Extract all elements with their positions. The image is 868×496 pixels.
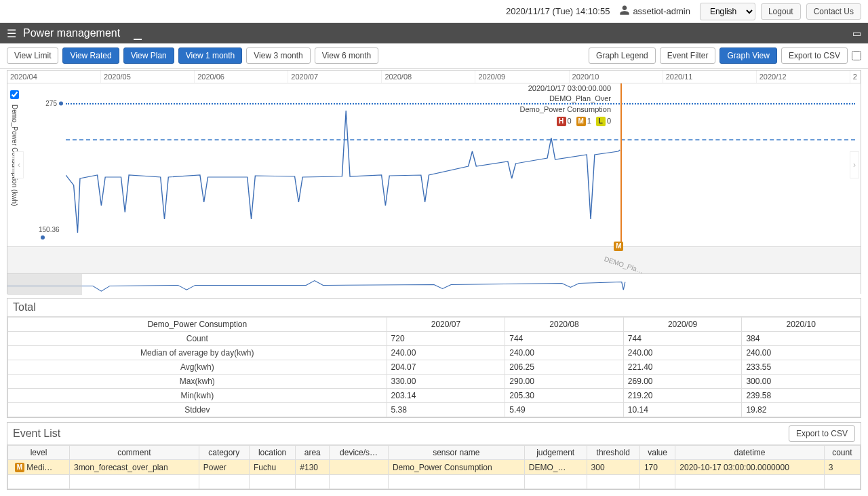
event-export-csv-button[interactable]: Export to CSV: [789, 425, 855, 442]
event-col-header[interactable]: device/s…: [330, 446, 389, 460]
total-cell: 269.00: [623, 375, 742, 389]
event-col-header[interactable]: location: [249, 446, 295, 460]
total-cell: 5.38: [387, 403, 505, 417]
graph-panel: 2020/04 2020/05 2020/06 2020/07 2020/08 …: [7, 70, 861, 294]
view-rated-button[interactable]: View Rated: [62, 47, 119, 64]
event-col-header[interactable]: judgement: [524, 446, 587, 460]
y-axis: 275 150.36: [39, 83, 66, 246]
event-cell: Fuchu: [249, 460, 295, 475]
table-row: Min(kwh)203.14205.30219.20239.58: [8, 389, 861, 403]
view-toolbar: View Limit View Rated View Plan View 1 m…: [0, 43, 868, 69]
graph-view-button[interactable]: Graph View: [719, 47, 776, 64]
event-col-header[interactable]: count: [824, 446, 860, 460]
scroll-right-button[interactable]: ›: [850, 151, 859, 178]
toolbar-checkbox[interactable]: [852, 51, 861, 60]
threshold-line: [66, 103, 855, 104]
total-cell: 290.00: [505, 375, 624, 389]
month-tick: 2: [850, 71, 861, 83]
event-cell: M Medi…: [8, 460, 70, 475]
total-table: Demo_Power Consumption 2020/07 2020/08 2…: [7, 317, 861, 417]
event-row[interactable]: M Medi…3mon_forecast_over_planPowerFuchu…: [8, 460, 861, 475]
event-filter-button[interactable]: Event Filter: [660, 47, 716, 64]
event-cell: 300: [587, 460, 639, 475]
total-cell: 330.00: [387, 375, 505, 389]
menu-icon[interactable]: ☰: [7, 27, 16, 40]
series-line: [66, 83, 855, 246]
export-csv-button[interactable]: Export to CSV: [781, 47, 848, 64]
y-tick-min: 150.36: [39, 226, 63, 241]
total-row-label: Min(kwh): [8, 389, 387, 403]
overview-range-handle[interactable]: [7, 274, 82, 295]
event-col-header[interactable]: category: [199, 446, 249, 460]
series-toggle-checkbox[interactable]: [10, 90, 19, 99]
total-cell: 384: [742, 332, 861, 346]
contact-button[interactable]: Contact Us: [806, 3, 861, 20]
x-axis-months: 2020/04 2020/05 2020/06 2020/07 2020/08 …: [7, 71, 861, 83]
tooltip-series-label: Demo_Power Consumption: [519, 104, 611, 115]
month-tick: 2020/11: [663, 71, 757, 83]
level-high-badge: H: [557, 117, 566, 126]
graph-legend-button[interactable]: Graph Legend: [589, 47, 656, 64]
event-list-title: Event List: [13, 427, 60, 440]
month-tick: 2020/08: [382, 71, 475, 83]
total-title: Total: [13, 301, 36, 313]
view-plan-button[interactable]: View Plan: [123, 47, 174, 64]
overview-scrollbar[interactable]: [7, 273, 861, 295]
event-col-header[interactable]: threshold: [587, 446, 639, 460]
event-col-header[interactable]: area: [296, 446, 330, 460]
title-bar: ☰ Power management ▭: [0, 23, 868, 43]
total-cell: 240.00: [623, 346, 742, 360]
event-cell: #130: [296, 460, 330, 475]
event-col-header[interactable]: datetime: [675, 446, 824, 460]
total-row-label: Max(kwh): [8, 375, 387, 389]
event-marker-strip: M DEMO_Pla…: [7, 246, 861, 273]
total-panel: Total Demo_Power Consumption 2020/07 202…: [7, 298, 861, 418]
plan-line: [66, 139, 855, 140]
edit-title-icon[interactable]: [134, 26, 142, 40]
tooltip-level-counts: H0 M1 L0: [519, 116, 611, 126]
total-month-header: 2020/10: [742, 318, 861, 332]
view-limit-button[interactable]: View Limit: [7, 47, 58, 64]
top-bar: 2020/11/17 (Tue) 14:10:55 assetiot-admin…: [0, 0, 868, 23]
total-month-header: 2020/07: [387, 318, 505, 332]
table-row: Stddev5.385.4910.1419.82: [8, 403, 861, 417]
view-6month-button[interactable]: View 6 month: [315, 47, 379, 64]
plot-area[interactable]: ‹ › 2020/10/17 03:00:00.000 DEMO_Plan_Ov…: [66, 83, 855, 246]
event-col-header[interactable]: level: [8, 446, 70, 460]
month-tick: 2020/06: [195, 71, 288, 83]
event-cell: [330, 460, 389, 475]
event-list-panel: Event List Export to CSV levelcommentcat…: [7, 422, 861, 490]
event-row-empty: [8, 475, 861, 489]
total-cell: 239.58: [742, 389, 861, 403]
total-row-label: Avg(kwh): [8, 360, 387, 375]
view-3month-button[interactable]: View 3 month: [246, 47, 311, 64]
total-cell: 240.00: [505, 346, 624, 360]
event-cell: DEMO_Pl…: [524, 460, 587, 475]
total-cell: 219.20: [623, 389, 742, 403]
total-cell: 744: [623, 332, 742, 346]
event-cell: 3mon_forecast_over_plan: [69, 460, 199, 475]
event-col-header[interactable]: value: [639, 446, 675, 460]
total-row-label: Count: [8, 332, 387, 346]
total-row-label: Stddev: [8, 403, 387, 417]
event-col-header[interactable]: comment: [69, 446, 199, 460]
view-1month-button[interactable]: View 1 month: [178, 47, 243, 64]
language-select[interactable]: English: [700, 3, 755, 20]
event-marker[interactable]: M: [611, 242, 623, 251]
tooltip-timestamp: 2020/10/17 03:00:00.000: [519, 83, 611, 94]
total-cell: 206.25: [505, 360, 624, 375]
total-cell: 205.30: [505, 389, 624, 403]
table-row: Avg(kwh)204.07206.25221.40233.55: [8, 360, 861, 375]
graph-body[interactable]: Demo_Power Consumption (kwh) 275 150.36 …: [7, 83, 861, 246]
user-indicator: assetiot-admin: [619, 5, 690, 18]
month-tick: 2020/07: [288, 71, 382, 83]
event-marker-label: DEMO_Pla…: [604, 255, 644, 275]
logout-button[interactable]: Logout: [761, 3, 801, 20]
event-table: levelcommentcategorylocationareadevice/s…: [7, 445, 861, 489]
event-cell: 170: [639, 460, 675, 475]
y-axis-label: Demo_Power Consumption (kwh): [10, 90, 19, 206]
username: assetiot-admin: [633, 6, 690, 16]
event-col-header[interactable]: sensor name: [388, 446, 524, 460]
scroll-left-button[interactable]: ‹: [14, 151, 24, 178]
layout-icon[interactable]: ▭: [852, 28, 861, 39]
